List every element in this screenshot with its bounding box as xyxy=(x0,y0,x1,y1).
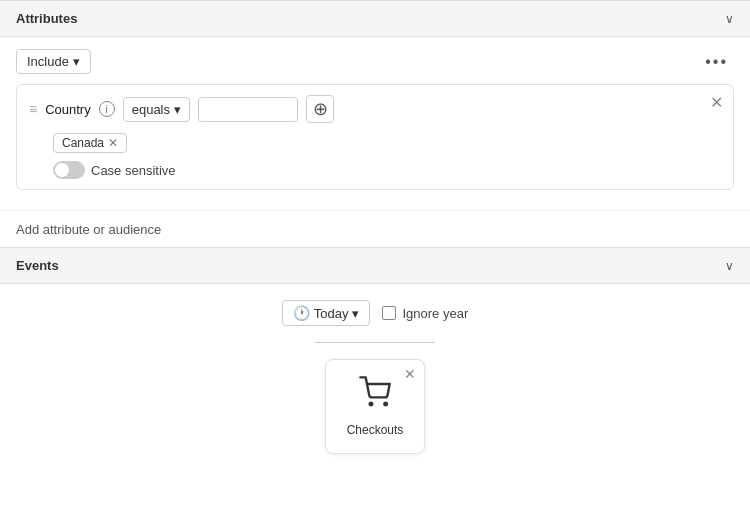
event-card: ✕ Checkouts xyxy=(325,359,425,454)
events-chevron-icon: ∨ xyxy=(725,259,734,273)
value-input[interactable] xyxy=(198,97,298,122)
chevron-down-icon: ▾ xyxy=(352,306,359,321)
timeline-line xyxy=(315,342,435,343)
tag-canada: Canada ✕ xyxy=(53,133,127,153)
attributes-inner: Include ▾ ••• ≡ Country i equals ▾ ⊕ xyxy=(0,37,750,210)
events-title: Events xyxy=(16,258,59,273)
remove-event-button[interactable]: ✕ xyxy=(404,366,416,382)
ignore-year-label: Ignore year xyxy=(402,306,468,321)
attributes-section: Include ▾ ••• ≡ Country i equals ▾ ⊕ xyxy=(0,37,750,247)
include-row: Include ▾ ••• xyxy=(16,49,734,74)
attributes-title: Attributes xyxy=(16,11,77,26)
attribute-row: ≡ Country i equals ▾ ⊕ xyxy=(29,95,721,123)
operator-select-button[interactable]: equals ▾ xyxy=(123,97,190,122)
date-select-button[interactable]: 🕐 Today ▾ xyxy=(282,300,371,326)
attributes-chevron-icon: ∨ xyxy=(725,12,734,26)
add-value-button[interactable]: ⊕ xyxy=(306,95,334,123)
include-button[interactable]: Include ▾ xyxy=(16,49,91,74)
case-sensitive-label: Case sensitive xyxy=(91,163,176,178)
cart-icon xyxy=(359,376,391,415)
add-attribute-row: Add attribute or audience xyxy=(0,210,750,247)
drag-handle-icon[interactable]: ≡ xyxy=(29,101,37,117)
remove-attribute-button[interactable]: ✕ xyxy=(710,93,723,112)
event-card-label: Checkouts xyxy=(347,423,404,437)
events-section-header[interactable]: Events ∨ xyxy=(0,247,750,284)
svg-point-0 xyxy=(370,403,373,406)
svg-point-1 xyxy=(384,403,387,406)
tag-remove-button[interactable]: ✕ xyxy=(108,137,118,149)
toggle-knob xyxy=(55,163,69,177)
add-attribute-link[interactable]: Add attribute or audience xyxy=(16,222,161,237)
events-inner: 🕐 Today ▾ Ignore year ✕ Checkouts xyxy=(0,284,750,532)
case-sensitive-toggle[interactable] xyxy=(53,161,85,179)
attribute-container: ≡ Country i equals ▾ ⊕ ✕ Canada ✕ xyxy=(16,84,734,190)
chevron-down-icon: ▾ xyxy=(174,102,181,117)
ignore-year-checkbox[interactable] xyxy=(382,306,396,320)
events-section: 🕐 Today ▾ Ignore year ✕ Checkouts xyxy=(0,284,750,532)
date-filter-row: 🕐 Today ▾ Ignore year xyxy=(282,300,468,326)
clock-icon: 🕐 xyxy=(293,305,310,321)
chevron-down-icon: ▾ xyxy=(73,54,80,69)
case-sensitive-row: Case sensitive xyxy=(53,161,721,179)
info-icon[interactable]: i xyxy=(99,101,115,117)
ignore-year-row: Ignore year xyxy=(382,306,468,321)
attribute-name-label: Country xyxy=(45,102,91,117)
more-options-button[interactable]: ••• xyxy=(699,51,734,73)
tags-row: Canada ✕ xyxy=(53,133,721,153)
attributes-section-header[interactable]: Attributes ∨ xyxy=(0,0,750,37)
